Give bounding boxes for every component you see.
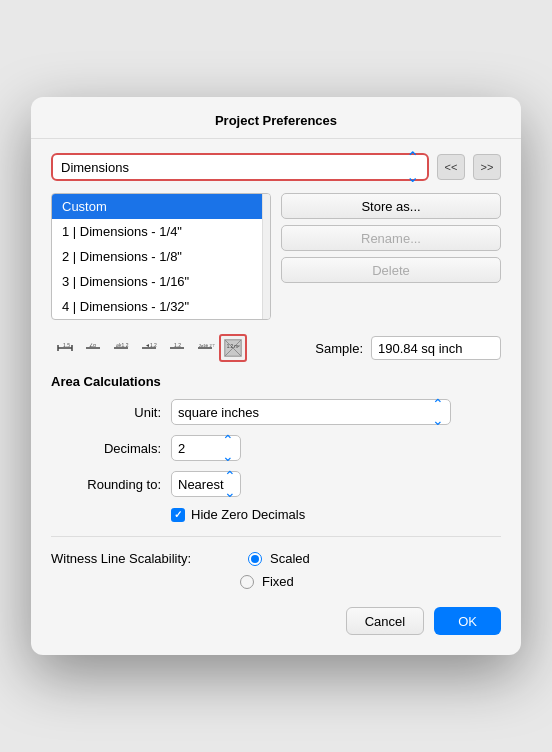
decimals-row: Decimals: 2 ⌃⌄ — [51, 435, 501, 461]
tool-icon-2[interactable]: ∠α — [79, 334, 107, 362]
dimension-dropdown[interactable]: Dimensions ⌃⌄ — [51, 153, 429, 181]
tool-icon-1[interactable]: 1.5 — [51, 334, 79, 362]
list-item[interactable]: 4 | Dimensions - 1/32" — [52, 294, 262, 319]
sample-box: Sample: 190.84 sq inch — [315, 336, 501, 360]
fixed-label: Fixed — [262, 574, 294, 589]
hide-zero-row: Hide Zero Decimals — [51, 507, 501, 522]
tool-icon-6[interactable]: 2⌀1⊕ 2⊤ — [191, 334, 219, 362]
unit-row: Unit: square inches ⌃⌄ — [51, 399, 501, 425]
dialog-title: Project Preferences — [31, 97, 521, 139]
svg-text:1.2 m²: 1.2 m² — [227, 344, 240, 349]
svg-text:2⌀1⊕ 2⊤: 2⌀1⊕ 2⊤ — [199, 343, 215, 348]
svg-text:⌀k1.2: ⌀k1.2 — [116, 342, 129, 348]
tool-icon-3[interactable]: ⌀k1.2 — [107, 334, 135, 362]
sample-label: Sample: — [315, 341, 363, 356]
dropdown-arrow-icon: ⌃⌄ — [406, 148, 419, 186]
top-row: Dimensions ⌃⌄ << >> — [51, 153, 501, 181]
rounding-dropdown[interactable]: Nearest ⌃⌄ — [171, 471, 241, 497]
area-calculations-section: Area Calculations Unit: square inches ⌃⌄… — [51, 374, 501, 522]
prev-button[interactable]: << — [437, 154, 465, 180]
store-as-button[interactable]: Store as... — [281, 193, 501, 219]
cancel-button[interactable]: Cancel — [346, 607, 424, 635]
fixed-radio[interactable] — [240, 575, 254, 589]
delete-button[interactable]: Delete — [281, 257, 501, 283]
unit-dropdown[interactable]: square inches ⌃⌄ — [171, 399, 451, 425]
svg-text:1.5: 1.5 — [63, 342, 70, 348]
witness-fixed-row: Fixed — [51, 574, 501, 589]
ok-button[interactable]: OK — [434, 607, 501, 635]
list-item[interactable]: 3 | Dimensions - 1/16" — [52, 269, 262, 294]
unit-dropdown-arrow-icon: ⌃⌄ — [432, 396, 444, 428]
action-buttons-panel: Store as... Rename... Delete — [281, 193, 501, 320]
scaled-radio[interactable] — [248, 552, 262, 566]
dialog-footer: Cancel OK — [31, 597, 521, 635]
main-content-row: Custom 1 | Dimensions - 1/4" 2 | Dimensi… — [51, 193, 501, 320]
decimals-dropdown[interactable]: 2 ⌃⌄ — [171, 435, 241, 461]
scaled-label: Scaled — [270, 551, 310, 566]
presets-list: Custom 1 | Dimensions - 1/4" 2 | Dimensi… — [51, 193, 271, 320]
list-scrollbar[interactable] — [262, 194, 270, 319]
hide-zero-label: Hide Zero Decimals — [191, 507, 305, 522]
tool-icon-4[interactable]: ◄1.2 — [135, 334, 163, 362]
svg-text:∠α: ∠α — [89, 342, 96, 348]
list-item[interactable]: Custom — [52, 194, 262, 219]
rounding-row: Rounding to: Nearest ⌃⌄ — [51, 471, 501, 497]
list-item[interactable]: 2 | Dimensions - 1/8" — [52, 244, 262, 269]
svg-text:1.2: 1.2 — [174, 342, 181, 348]
divider — [51, 536, 501, 537]
toolbar-row: 1.5 ∠α ⌀k1.2 ◄1.2 — [51, 334, 501, 362]
tool-icon-5[interactable]: 1.2 — [163, 334, 191, 362]
decimals-label: Decimals: — [51, 441, 161, 456]
list-item[interactable]: 1 | Dimensions - 1/4" — [52, 219, 262, 244]
sample-value: 190.84 sq inch — [371, 336, 501, 360]
tool-icon-area[interactable]: 1.2 m² — [219, 334, 247, 362]
unit-label: Unit: — [51, 405, 161, 420]
rename-button[interactable]: Rename... — [281, 225, 501, 251]
witness-label: Witness Line Scalability: — [51, 551, 240, 566]
witness-scaled-row: Witness Line Scalability: Scaled — [51, 551, 501, 566]
svg-text:◄1.2: ◄1.2 — [145, 342, 157, 348]
rounding-arrow-icon: ⌃⌄ — [224, 468, 236, 500]
project-preferences-dialog: Project Preferences Dimensions ⌃⌄ << >> — [31, 97, 521, 655]
section-title-area: Area Calculations — [51, 374, 501, 389]
witness-line-section: Witness Line Scalability: Scaled Fixed — [51, 551, 501, 589]
next-button[interactable]: >> — [473, 154, 501, 180]
decimals-arrow-icon: ⌃⌄ — [222, 432, 234, 464]
rounding-label: Rounding to: — [51, 477, 161, 492]
hide-zero-checkbox[interactable] — [171, 508, 185, 522]
